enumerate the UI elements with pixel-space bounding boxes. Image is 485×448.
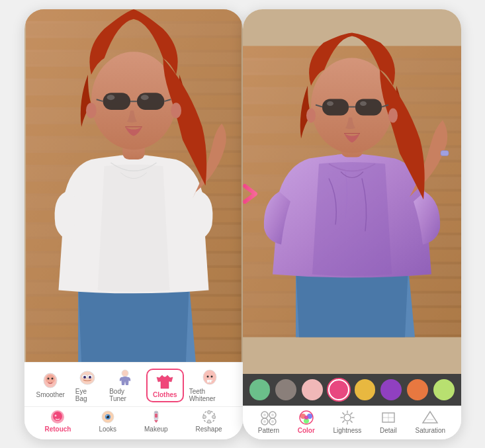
svg-point-48 [122, 370, 128, 377]
looks-icon [99, 410, 116, 424]
sec-item-looks[interactable]: Looks [99, 410, 116, 433]
svg-point-111 [271, 420, 274, 423]
svg-point-37 [85, 103, 96, 118]
svg-point-52 [207, 375, 209, 377]
makeup-icon [148, 410, 165, 424]
smoother-icon [41, 373, 60, 390]
toolbar-item-body-tuner[interactable]: Body Tuner [104, 367, 146, 405]
color-swatch-yellow[interactable] [355, 379, 376, 400]
color-swatch-green[interactable] [249, 379, 271, 400]
lightness-label: Lightness [333, 427, 361, 434]
makeup-label: Makeup [144, 426, 168, 433]
teeth-whitener-label: Teeth Whitener [189, 388, 231, 402]
right-photo-svg [243, 9, 461, 374]
detail-label: Detail [380, 427, 397, 434]
svg-point-103 [388, 108, 398, 122]
svg-point-67 [202, 415, 206, 418]
right-tool-color[interactable]: Color [297, 410, 316, 434]
svg-line-123 [351, 420, 352, 422]
sec-item-retouch[interactable]: Retouch [44, 410, 71, 433]
svg-point-34 [107, 95, 114, 100]
saturation-icon [421, 410, 439, 426]
svg-point-42 [52, 378, 54, 380]
color-swatches-bar [243, 374, 461, 406]
eye-bag-label: Eye Bag [75, 388, 99, 402]
svg-rect-2 [26, 23, 242, 35]
svg-point-60 [106, 415, 107, 416]
right-phone-panel: Pattern Color [243, 9, 461, 439]
app-container: Smoother Eye Bag [0, 0, 485, 448]
svg-rect-30 [136, 93, 163, 110]
svg-point-117 [344, 414, 351, 421]
right-tool-detail[interactable]: Detail [379, 410, 398, 434]
svg-point-66 [207, 420, 210, 423]
svg-rect-63 [154, 412, 157, 413]
saturation-label: Saturation [416, 427, 446, 434]
sec-item-reshape[interactable]: Reshape [195, 410, 222, 433]
svg-rect-70 [243, 46, 461, 58]
pattern-label: Pattern [258, 427, 279, 434]
svg-line-124 [351, 412, 352, 414]
svg-point-56 [55, 414, 57, 416]
right-photo-area [243, 9, 461, 374]
toolbar-item-smoother[interactable]: Smoother [31, 370, 70, 401]
svg-point-102 [306, 108, 316, 122]
reshape-label: Reshape [195, 426, 222, 433]
svg-point-41 [48, 378, 50, 380]
svg-point-110 [263, 420, 266, 423]
svg-point-38 [171, 103, 181, 118]
color-swatch-purple[interactable] [380, 379, 402, 400]
color-swatch-pink-hot[interactable] [328, 379, 349, 400]
lightness-icon [338, 410, 357, 426]
color-swatch-green-light[interactable] [433, 379, 455, 400]
svg-rect-62 [155, 414, 157, 418]
svg-point-108 [263, 414, 266, 416]
svg-point-65 [207, 410, 210, 414]
svg-point-109 [271, 414, 274, 416]
body-tuner-label: Body Tuner [109, 388, 141, 402]
right-tool-lightness[interactable]: Lightness [333, 410, 361, 434]
svg-line-125 [343, 420, 344, 422]
svg-rect-3 [26, 38, 242, 50]
svg-rect-51 [210, 380, 212, 382]
left-phone-panel: Smoother Eye Bag [24, 9, 243, 439]
toolbar-item-clothes[interactable]: Clothes [146, 369, 184, 402]
color-swatch-gray[interactable] [275, 379, 296, 400]
toolbar-item-eye-bag[interactable]: Eye Bag [70, 367, 104, 405]
color-swatch-orange[interactable] [407, 379, 428, 400]
svg-point-116 [304, 416, 308, 420]
toolbar-item-teeth-whitener[interactable]: Teeth Whitener [184, 367, 236, 405]
retouch-label: Retouch [44, 426, 71, 433]
svg-point-68 [212, 415, 215, 418]
sec-item-makeup[interactable]: Makeup [144, 410, 168, 433]
color-label: Color [298, 427, 315, 434]
left-photo-area [24, 9, 243, 362]
svg-point-99 [327, 101, 333, 106]
svg-point-100 [360, 101, 367, 106]
toolbar-icons-row: Smoother Eye Bag [24, 367, 243, 405]
pattern-icon [259, 410, 278, 426]
svg-rect-50 [207, 380, 209, 382]
svg-rect-29 [103, 93, 130, 110]
secondary-toolbar: Retouch Looks [24, 406, 243, 434]
svg-point-47 [89, 376, 91, 379]
clothes-icon [155, 373, 174, 390]
svg-point-46 [83, 376, 86, 379]
color-icon [297, 410, 316, 426]
retouch-icon [49, 410, 66, 424]
looks-label: Looks [99, 426, 116, 433]
svg-rect-94 [322, 99, 349, 115]
detail-icon [379, 410, 398, 426]
svg-rect-95 [355, 99, 382, 115]
svg-rect-91 [441, 150, 449, 156]
right-tool-pattern[interactable]: Pattern [258, 410, 279, 434]
svg-line-122 [343, 412, 344, 414]
left-photo-svg [24, 9, 243, 362]
svg-point-35 [140, 95, 148, 100]
phones-wrapper: Smoother Eye Bag [24, 9, 461, 439]
smoother-label: Smoother [36, 391, 65, 398]
right-tool-saturation[interactable]: Saturation [416, 410, 446, 434]
clothes-label: Clothes [153, 391, 177, 398]
teeth-whitener-icon [200, 369, 219, 386]
color-swatch-pink-light[interactable] [302, 379, 323, 400]
